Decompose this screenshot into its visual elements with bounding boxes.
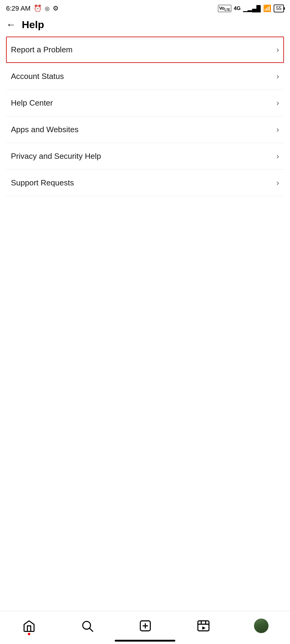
menu-item-label-support-requests: Support Requests xyxy=(11,178,74,188)
nav-item-reels[interactable] xyxy=(196,618,211,633)
menu-item-label-privacy-security: Privacy and Security Help xyxy=(11,152,101,161)
chevron-right-icon-help-center: › xyxy=(276,98,279,108)
menu-item-label-apps-websites: Apps and Websites xyxy=(11,125,79,134)
status-right: VoLTE 4G ▁▂▄█ 📶 55 xyxy=(218,5,284,12)
svg-line-1 xyxy=(90,628,93,631)
nav-item-home[interactable] xyxy=(21,618,37,633)
avatar-image xyxy=(255,619,268,633)
back-button[interactable]: ← xyxy=(6,19,16,30)
volte-icon: VoLTE xyxy=(218,5,231,12)
menu-item-support-requests[interactable]: Support Requests › xyxy=(6,170,284,196)
nfc-icon: ◎ xyxy=(45,5,50,12)
signal-bars-icon: ▁▂▄█ xyxy=(243,5,261,12)
home-indicator-bar xyxy=(115,640,175,642)
menu-list: Report a Problem › Account Status › Help… xyxy=(0,37,290,196)
nav-item-create[interactable] xyxy=(138,618,153,633)
avatar xyxy=(254,619,269,633)
wifi-icon: 📶 xyxy=(263,5,271,12)
network-icon: 4G xyxy=(234,5,241,11)
settings-icon: ⚙ xyxy=(53,5,59,12)
bottom-nav xyxy=(0,611,290,644)
search-icon xyxy=(80,618,95,633)
nav-item-profile[interactable] xyxy=(254,619,269,633)
menu-item-account-status[interactable]: Account Status › xyxy=(6,63,284,90)
reels-icon xyxy=(196,618,211,633)
menu-item-apps-websites[interactable]: Apps and Websites › xyxy=(6,116,284,143)
home-notification-dot xyxy=(28,633,30,635)
menu-item-label-help-center: Help Center xyxy=(11,98,53,108)
menu-item-label-report-problem: Report a Problem xyxy=(11,45,73,54)
menu-item-label-account-status: Account Status xyxy=(11,72,64,81)
chevron-right-icon-support-requests: › xyxy=(276,178,279,188)
home-icon xyxy=(21,618,37,633)
chevron-right-icon-report-problem: › xyxy=(276,45,279,54)
battery-indicator: 55 xyxy=(274,5,284,12)
chevron-right-icon-privacy-security: › xyxy=(276,152,279,161)
status-left: 6:29 AM ⏰ ◎ ⚙ xyxy=(6,5,59,12)
menu-item-privacy-security[interactable]: Privacy and Security Help › xyxy=(6,143,284,170)
header: ← Help xyxy=(0,16,290,37)
status-time: 6:29 AM xyxy=(6,5,31,12)
chevron-right-icon-account-status: › xyxy=(276,72,279,81)
create-icon xyxy=(138,618,153,633)
status-bar: 6:29 AM ⏰ ◎ ⚙ VoLTE 4G ▁▂▄█ 📶 55 xyxy=(0,0,290,16)
chevron-right-icon-apps-websites: › xyxy=(276,125,279,134)
alarm-icon: ⏰ xyxy=(34,5,42,12)
menu-item-help-center[interactable]: Help Center › xyxy=(6,90,284,116)
page-title: Help xyxy=(22,19,44,31)
svg-marker-9 xyxy=(202,626,206,629)
svg-rect-5 xyxy=(198,621,209,631)
menu-item-report-problem[interactable]: Report a Problem › xyxy=(6,37,284,63)
nav-item-search[interactable] xyxy=(80,618,95,633)
